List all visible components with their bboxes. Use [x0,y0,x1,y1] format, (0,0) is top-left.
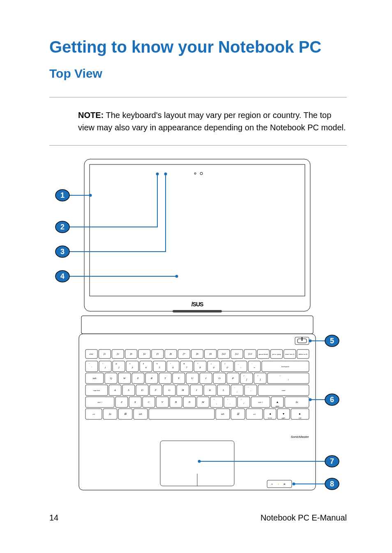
svg-text:fn: fn [109,412,111,416]
svg-point-216 [309,340,312,342]
note-box: NOTE: The keyboard's layout may vary per… [49,97,347,146]
svg-text:end: end [299,417,302,419]
svg-text:shift ⇧: shift ⇧ [97,401,102,403]
svg-text:f10: f10 [222,352,226,356]
svg-rect-4 [173,310,222,312]
svg-text:|: | [280,375,280,377]
svg-text:pgdn: pgdn [282,417,286,419]
svg-text:B: B [175,400,177,404]
svg-text:P: P [232,377,234,380]
note-body: The keyboard's layout may vary per regio… [78,111,346,132]
svg-text:ctrl: ctrl [92,413,95,415]
svg-text:home: home [268,417,272,419]
svg-text:f11: f11 [235,352,238,356]
page-footer: 14 Notebook PC E-Manual [49,513,347,523]
svg-text:►: ► [299,412,302,416]
svg-point-213 [175,275,178,278]
svg-text:[: [ [246,378,247,381]
svg-text:2: 2 [118,366,120,369]
svg-text:N: N [188,400,191,404]
svg-text:6: 6 [172,366,174,369]
svg-text:L: L [222,389,224,392]
svg-text:\: \ [288,378,289,381]
svg-text:Z: Z [121,400,122,404]
svg-text:esc: esc [90,352,94,356]
svg-text:;: ; [237,390,238,393]
svg-text:alt: alt [139,412,142,416]
svg-text:Ω: Ω [272,483,273,485]
svg-text:X: X [134,400,136,404]
svg-text:7: 7 [186,366,187,369]
svg-text:<: < [213,398,214,400]
svg-text:f1: f1 [104,352,106,356]
svg-text:O: O [218,377,220,380]
svg-text:5: 5 [330,337,334,345]
svg-text:pgup: pgup [276,405,280,407]
svg-text:R: R [150,377,153,380]
svg-text:A: A [114,389,116,392]
svg-text:f7: f7 [183,352,185,356]
svg-text:_: _ [238,363,239,365]
svg-text:⊞: ⊞ [124,412,127,416]
svg-point-204 [89,194,92,197]
svg-text:8: 8 [199,366,201,369]
svg-text:pause break: pause break [259,353,268,355]
svg-point-225 [293,483,295,486]
svg-text:f3: f3 [130,352,132,356]
svg-text:☰: ☰ [237,412,240,416]
svg-text:E: E [137,377,139,380]
svg-text:0: 0 [226,366,228,369]
svg-text:%: % [156,363,158,365]
svg-point-207 [156,173,159,176]
svg-text:6: 6 [330,396,334,404]
svg-text:⚡: ⚡ [277,483,279,485]
status-indicators: Ω ⚡ ⏻ [267,480,292,488]
svg-point-219 [309,398,312,401]
svg-text:insert num lk: insert num lk [285,353,295,355]
svg-point-222 [198,460,201,463]
svg-text:1: 1 [60,191,65,199]
svg-text:): ) [224,363,225,365]
svg-text:shift ⇧: shift ⇧ [258,401,263,403]
svg-text:>: > [227,398,228,400]
svg-text:4: 4 [60,272,65,280]
svg-text:alt: alt [221,412,224,416]
svg-text:{: { [244,375,244,377]
svg-text:,: , [216,402,217,405]
svg-text:]: ] [259,378,261,381]
svg-text:D: D [141,389,143,392]
svg-text:▼: ▼ [282,412,285,416]
svg-text:4: 4 [145,366,147,369]
svg-text:K: K [209,389,211,392]
svg-text:f8: f8 [196,352,198,356]
svg-text:8: 8 [330,480,334,488]
svg-text:ctrl: ctrl [253,413,255,415]
svg-text:C: C [148,400,150,404]
svg-text:.: . [230,402,231,405]
svg-text:tab: tab [93,377,97,380]
svg-text:9: 9 [213,366,214,369]
svg-rect-183 [149,409,214,419]
svg-text:f4: f4 [143,352,146,356]
svg-text:◄: ◄ [269,412,272,416]
svg-text:f5: f5 [157,352,159,356]
svg-text:}: } [257,375,258,377]
top-view-diagram: /SUS escf1f2f3f4f5f6f7f8f9f10f11f12pause… [49,157,347,498]
section-title: Top View [49,67,347,81]
asus-logo-text: /SUS [191,301,203,308]
svg-text:5: 5 [159,366,160,369]
page-title: Getting to know your Notebook PC [49,37,347,57]
svg-text:S: S [128,389,129,392]
svg-text:fn: fn [296,400,298,404]
svg-text:&: & [183,363,185,365]
svg-rect-5 [81,316,313,334]
note-label: NOTE: [78,111,104,120]
svg-text:=: = [254,366,256,369]
svg-text:f6: f6 [170,352,172,356]
svg-text:H: H [181,389,184,392]
svg-text:backspace: backspace [281,366,290,368]
svg-text:M: M [201,400,205,404]
page-number: 14 [49,513,58,523]
svg-text:enter: enter [281,389,286,391]
svg-text:3: 3 [60,248,65,256]
